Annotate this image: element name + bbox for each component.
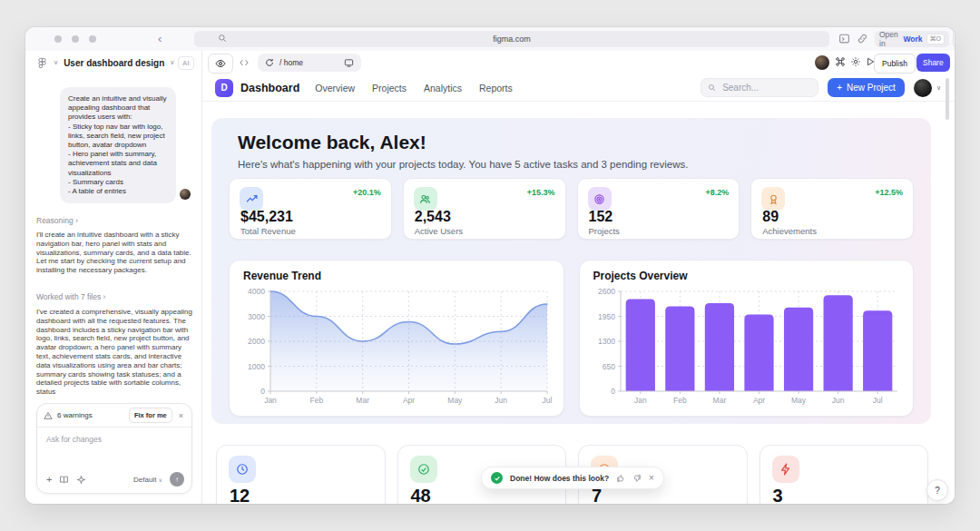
svg-text:0: 0 [260, 387, 265, 396]
svg-text:0: 0 [611, 387, 615, 396]
chevron-right-icon: › [103, 292, 106, 301]
nav-link-analytics[interactable]: Analytics [424, 83, 462, 93]
ask-for-changes-input[interactable]: Ask for changes [37, 428, 191, 451]
stat-card-revenue[interactable]: +20.1% $45,231 Total Revenue [229, 178, 392, 240]
device-preview-icon[interactable] [344, 58, 354, 68]
share-button[interactable]: Share [916, 54, 950, 72]
window-close-button[interactable] [54, 35, 62, 43]
worked-with-files-toggle[interactable]: Worked with 7 files › [36, 292, 105, 301]
summary-value: 12 [230, 486, 250, 504]
svg-text:Apr: Apr [752, 396, 764, 405]
stat-label: Active Users [415, 226, 463, 236]
svg-text:1000: 1000 [248, 362, 265, 371]
window-zoom-button[interactable] [89, 35, 96, 43]
nav-link-reports[interactable]: Reports [479, 83, 513, 93]
user-prompt-bubble: Create an intuitive and visually appeali… [60, 87, 176, 203]
back-icon[interactable]: ‹ [158, 29, 162, 49]
preview-canvas: D Dashboard Overview Projects Analytics … [201, 74, 955, 504]
console-icon[interactable] [838, 33, 851, 45]
search-input[interactable] [720, 82, 806, 93]
svg-text:Feb: Feb [310, 396, 324, 405]
chevron-down-icon[interactable]: ∨ [54, 59, 58, 66]
collaborator-avatar[interactable] [815, 55, 829, 70]
copy-link-icon[interactable] [857, 33, 869, 45]
scrollbar-thumb[interactable] [946, 78, 949, 120]
search-icon [708, 84, 716, 92]
stat-card-users[interactable]: +15.3% 2,543 Active Users [403, 178, 566, 240]
chevron-down-icon[interactable]: ∨ [936, 84, 941, 92]
code-icon [239, 57, 250, 68]
zap-icon [772, 456, 799, 483]
chevron-right-icon: › [75, 216, 78, 225]
code-view-button[interactable] [237, 55, 251, 70]
attach-plus-icon[interactable]: + [46, 475, 52, 484]
window-minimize-button[interactable] [72, 35, 79, 43]
stat-label: Total Revenue [240, 226, 296, 236]
svg-text:2000: 2000 [248, 337, 265, 346]
stat-card-projects[interactable]: +8.2% 152 Projects [577, 178, 740, 240]
thumbs-up-icon[interactable] [616, 474, 625, 483]
user-avatar [180, 189, 191, 200]
arrow-up-icon: ↑ [175, 476, 179, 484]
help-button[interactable]: ? [926, 479, 948, 501]
app-navbar: D Dashboard Overview Projects Analytics … [201, 74, 955, 102]
nav-link-projects[interactable]: Projects [372, 83, 407, 93]
settings-gear-icon[interactable] [850, 56, 862, 68]
figma-logo-icon[interactable] [36, 57, 48, 69]
svg-text:Apr: Apr [403, 396, 415, 405]
open-in-app-button[interactable]: Open in Work ⌘O [875, 31, 949, 47]
reasoning-toggle[interactable]: Reasoning › [36, 216, 78, 225]
stat-value: $45,231 [240, 209, 293, 225]
sparkle-icon[interactable] [76, 475, 86, 485]
open-in-dropdown[interactable]: ∨ [953, 30, 955, 48]
svg-text:1950: 1950 [598, 312, 615, 321]
preview-eye-button[interactable] [208, 54, 233, 74]
chevron-down-icon[interactable]: ∨ [170, 59, 174, 66]
stats-row: +20.1% $45,231 Total Revenue +15.3% 2,54… [229, 178, 914, 240]
toast-message: Done! How does this look? [510, 474, 609, 483]
plus-icon: + [837, 83, 842, 93]
svg-text:Mar: Mar [356, 396, 369, 405]
svg-text:Jan: Jan [633, 396, 646, 405]
stat-label: Achievements [762, 226, 817, 236]
new-project-button[interactable]: + New Project [828, 78, 905, 97]
award-icon [761, 187, 785, 211]
svg-text:Mar: Mar [712, 396, 726, 405]
fix-for-me-button[interactable]: Fix for me [129, 408, 172, 423]
summary-card-pending[interactable]: 12 [216, 445, 386, 504]
sidebar-divider [201, 51, 202, 504]
chart-title: Projects Overview [593, 270, 688, 282]
send-button[interactable]: ↑ [170, 472, 184, 487]
thumbs-down-icon[interactable] [632, 474, 642, 483]
stat-card-achievements[interactable]: +12.5% 89 Achievements [750, 178, 914, 240]
projects-overview-chart-card: Projects Overview 0650130019502600JanFeb… [579, 260, 915, 417]
charts-row: Revenue Trend 01000200030004000JanFebMar… [229, 260, 914, 417]
file-name[interactable]: User dashboard design [64, 58, 164, 68]
app-search-field[interactable] [701, 78, 818, 97]
revenue-trend-area-chart[interactable]: 01000200030004000JanFebMarAprMayJunJul [240, 284, 554, 408]
library-book-icon[interactable] [59, 475, 69, 485]
command-icon[interactable] [835, 56, 847, 68]
open-in-app-control[interactable]: Open in Work ⌘O ∨ [875, 31, 955, 47]
window-controls[interactable] [54, 35, 96, 43]
close-icon[interactable]: × [649, 473, 654, 483]
model-selector[interactable]: Default ∨ [133, 476, 162, 484]
warning-triangle-icon [44, 411, 53, 420]
preview-url-bar[interactable]: / home [258, 54, 361, 72]
publish-button[interactable]: Publish [874, 54, 916, 74]
close-icon[interactable]: × [177, 411, 185, 420]
assistant-message: I've created a comprehensive, visually a… [36, 308, 196, 397]
nav-link-overview[interactable]: Overview [315, 83, 355, 93]
address-bar[interactable]: figma.com [194, 31, 829, 47]
summary-card-urgent[interactable]: 3 [760, 445, 929, 504]
file-toolbar: ∨ User dashboard design ∨ AI / home [25, 51, 955, 75]
svg-text:3000: 3000 [248, 312, 265, 321]
stat-change: +20.1% [353, 188, 381, 197]
trending-up-icon [240, 187, 263, 211]
projects-overview-bar-chart[interactable]: 0650130019502600JanFebMarAprMayJunJul [591, 284, 904, 408]
refresh-icon[interactable] [265, 58, 274, 67]
preview-path[interactable]: / home [279, 58, 338, 67]
search-icon [218, 34, 227, 43]
app-user-avatar[interactable] [914, 79, 932, 97]
hero-panel: Welcome back, Alex! Here's what's happen… [211, 118, 931, 424]
